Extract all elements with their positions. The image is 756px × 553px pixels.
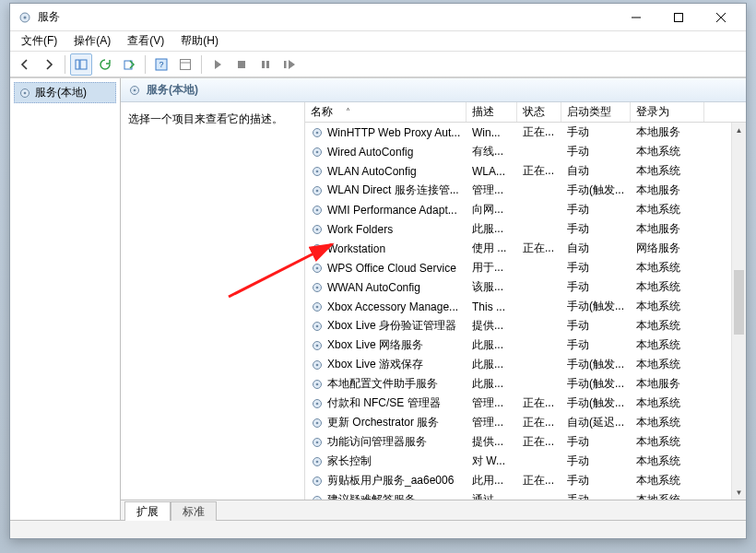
nav-back-button[interactable] xyxy=(14,53,36,76)
description-placeholder: 选择一个项目来查看它的描述。 xyxy=(128,112,283,125)
column-description[interactable]: 描述 xyxy=(467,102,517,122)
table-row[interactable]: Xbox Accessory Manage...This ...手动(触发...… xyxy=(305,297,731,316)
menu-help[interactable]: 帮助(H) xyxy=(173,31,226,51)
cell-startup: 手动 xyxy=(561,434,631,450)
cell-startup: 手动 xyxy=(561,260,631,276)
cell-logon: 本地系统 xyxy=(631,318,704,334)
gear-icon xyxy=(311,126,324,139)
scrollbar-thumb[interactable] xyxy=(734,270,744,335)
svg-point-20 xyxy=(316,150,319,153)
console-tree-pane: 服务(本地) xyxy=(10,78,121,520)
cell-name: 本地配置文件助手服务 xyxy=(305,376,467,392)
svg-point-1 xyxy=(24,16,27,18)
table-row[interactable]: Work Folders此服...手动本地服务 xyxy=(305,219,731,239)
tab-standard[interactable]: 标准 xyxy=(171,501,217,521)
cell-description: 该服... xyxy=(467,279,517,295)
gear-icon xyxy=(311,455,324,468)
table-row[interactable]: 功能访问管理器服务提供...正在...手动本地系统 xyxy=(305,432,731,452)
gear-icon xyxy=(311,300,324,313)
help-button[interactable]: ? xyxy=(150,53,172,76)
cell-startup: 手动 xyxy=(561,144,631,159)
table-row[interactable]: WPS Office Cloud Service用于...手动本地系统 xyxy=(305,258,731,277)
table-row[interactable]: 本地配置文件助手服务此服...手动(触发...本地服务 xyxy=(305,374,731,394)
table-row[interactable]: 建议疑难解答服务通过...手动本地系统 xyxy=(305,490,731,500)
start-service-button[interactable] xyxy=(207,53,229,76)
svg-point-40 xyxy=(316,344,319,347)
cell-description: 管理... xyxy=(467,182,517,198)
cell-logon: 本地系统 xyxy=(631,337,704,353)
column-startup-type[interactable]: 启动类型 xyxy=(561,102,631,122)
cell-description: 使用 ... xyxy=(467,241,517,256)
table-row[interactable]: WinHTTP Web Proxy Aut...Win...正在...手动本地服… xyxy=(305,123,731,142)
table-row[interactable]: Xbox Live 游戏保存此服...手动(触发...本地系统 xyxy=(305,355,731,374)
cell-startup: 自动 xyxy=(561,241,631,256)
svg-point-46 xyxy=(316,402,319,405)
cell-logon: 本地系统 xyxy=(631,492,704,500)
gear-icon xyxy=(311,165,324,178)
cell-description: 有线... xyxy=(467,144,517,159)
restart-service-button[interactable] xyxy=(278,53,301,76)
svg-point-32 xyxy=(316,266,319,269)
svg-point-36 xyxy=(316,305,319,308)
cell-logon: 本地系统 xyxy=(631,357,704,372)
refresh-button[interactable] xyxy=(94,53,116,76)
table-row[interactable]: 家长控制对 W...手动本地系统 xyxy=(305,452,731,471)
table-row[interactable]: Xbox Live 身份验证管理器提供...手动本地系统 xyxy=(305,316,731,335)
column-name[interactable]: 名称 xyxy=(305,102,467,122)
tree-item-services-local[interactable]: 服务(本地) xyxy=(14,82,116,103)
list-body[interactable]: WinHTTP Web Proxy Aut...Win...正在...手动本地服… xyxy=(305,123,746,500)
maximize-button[interactable] xyxy=(657,5,700,30)
table-row[interactable]: WLAN Direct 服务连接管...管理...手动(触发...本地服务 xyxy=(305,181,731,200)
scroll-down-icon[interactable]: ▼ xyxy=(732,485,746,500)
svg-point-18 xyxy=(316,131,319,134)
svg-point-44 xyxy=(316,382,319,385)
tab-extended[interactable]: 扩展 xyxy=(124,501,171,521)
table-row[interactable]: Xbox Live 网络服务此服...手动本地系统 xyxy=(305,335,731,355)
column-status[interactable]: 状态 xyxy=(517,102,561,122)
cell-startup: 手动 xyxy=(561,473,631,488)
table-row[interactable]: WLAN AutoConfigWLA...正在...自动本地系统 xyxy=(305,161,731,181)
cell-logon: 本地系统 xyxy=(631,279,704,295)
cell-name: 付款和 NFC/SE 管理器 xyxy=(305,395,467,411)
table-row[interactable]: 更新 Orchestrator 服务管理...正在...自动(延迟...本地系统 xyxy=(305,413,731,432)
gear-icon xyxy=(311,223,324,236)
gear-icon xyxy=(311,184,324,197)
menu-file[interactable]: 文件(F) xyxy=(14,31,65,51)
gear-icon xyxy=(311,320,324,333)
cell-description: This ... xyxy=(467,300,517,313)
cell-description: 管理... xyxy=(467,415,517,430)
table-row[interactable]: WMI Performance Adapt...向网...手动本地系统 xyxy=(305,200,731,219)
nav-forward-button[interactable] xyxy=(38,53,60,76)
menu-view[interactable]: 查看(V) xyxy=(120,31,171,51)
toolbar: ? xyxy=(10,52,746,77)
table-row[interactable]: WWAN AutoConfig该服...手动本地系统 xyxy=(305,277,731,297)
show-hide-tree-button[interactable] xyxy=(70,53,92,76)
menu-bar: 文件(F) 操作(A) 查看(V) 帮助(H) xyxy=(10,31,746,52)
cell-logon: 本地系统 xyxy=(631,144,704,159)
minimize-button[interactable] xyxy=(615,5,657,30)
cell-startup: 手动 xyxy=(561,318,631,334)
cell-name: WinHTTP Web Proxy Aut... xyxy=(305,126,467,139)
svg-rect-9 xyxy=(238,61,245,68)
details-pane: 服务(本地) 选择一个项目来查看它的描述。 名称 描述 状态 启动类型 登录为 xyxy=(121,78,746,520)
menu-action[interactable]: 操作(A) xyxy=(66,31,118,51)
stop-service-button[interactable] xyxy=(230,53,253,76)
cell-startup: 手动(触发... xyxy=(561,299,631,314)
table-row[interactable]: 剪贴板用户服务_aa6e006此用...正在...手动本地系统 xyxy=(305,471,731,490)
pause-service-button[interactable] xyxy=(254,53,277,76)
cell-logon: 本地系统 xyxy=(631,395,704,411)
gear-icon xyxy=(311,146,324,159)
cell-status: 正在... xyxy=(517,241,561,256)
close-button[interactable] xyxy=(700,5,742,30)
export-list-button[interactable] xyxy=(118,53,140,76)
column-logon-as[interactable]: 登录为 xyxy=(631,102,704,122)
table-row[interactable]: 付款和 NFC/SE 管理器管理...正在...手动(触发...本地系统 xyxy=(305,394,731,413)
table-row[interactable]: Workstation使用 ...正在...自动网络服务 xyxy=(305,239,731,258)
properties-button[interactable] xyxy=(174,53,196,76)
vertical-scrollbar[interactable]: ▲ ▼ xyxy=(731,123,746,500)
title-bar[interactable]: 服务 xyxy=(10,4,746,31)
scroll-up-icon[interactable]: ▲ xyxy=(732,123,746,137)
svg-point-28 xyxy=(316,228,319,230)
table-row[interactable]: Wired AutoConfig有线...手动本地系统 xyxy=(305,142,731,161)
cell-startup: 手动 xyxy=(561,221,631,237)
